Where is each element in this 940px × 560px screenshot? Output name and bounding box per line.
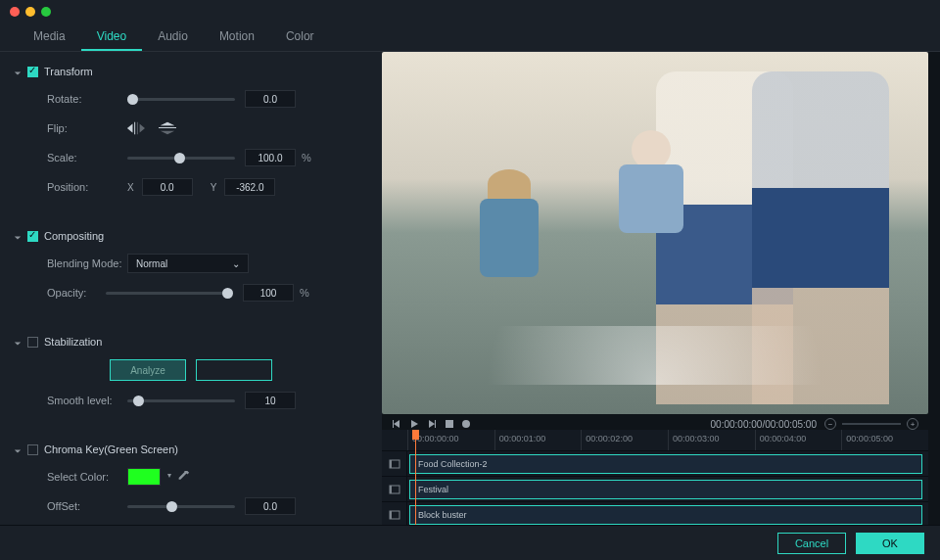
label: Blending Mode: — [47, 257, 127, 269]
video-preview[interactable] — [382, 52, 928, 414]
main: Transform Rotate: 0.0 Flip: — [0, 52, 940, 525]
row-scale: Scale: 100.0 % — [47, 148, 368, 167]
label: Opacity: — [47, 287, 106, 299]
ok-button[interactable]: OK — [856, 533, 924, 554]
ruler-tick: 00:00:05:00 — [841, 430, 928, 450]
preview-panel: 00:00:00:00/00:00:05:00 − + 00:00:00:00 … — [382, 52, 940, 525]
track-icon[interactable] — [382, 502, 407, 525]
row-rotate: Rotate: 0.0 — [47, 89, 368, 109]
label: Position: — [47, 181, 127, 193]
section-compositing: Compositing Blending Mode: Normal ⌄ Opac… — [14, 226, 368, 316]
dropdown-blending[interactable]: Normal ⌄ — [127, 254, 249, 273]
tab-video[interactable]: Video — [81, 23, 142, 51]
tab-media[interactable]: Media — [18, 23, 81, 51]
input-opacity[interactable]: 100 — [243, 284, 294, 302]
next-frame-icon[interactable] — [427, 419, 437, 429]
checkbox-chroma[interactable] — [27, 444, 38, 455]
row-blending: Blending Mode: Normal ⌄ — [47, 254, 368, 273]
zoom-in-icon[interactable]: + — [907, 418, 918, 430]
checkbox-stabilization[interactable] — [27, 337, 38, 348]
playhead[interactable] — [415, 430, 416, 525]
input-rotate[interactable]: 0.0 — [245, 90, 296, 108]
zoom-slider[interactable] — [842, 423, 901, 425]
zoom-control: − + — [824, 418, 918, 430]
clip[interactable]: Food Collection-2 — [409, 454, 922, 474]
input-smooth[interactable]: 10 — [245, 392, 296, 409]
input-pos-x[interactable]: 0.0 — [142, 178, 193, 196]
flip-horizontal-icon[interactable] — [127, 121, 145, 135]
row-analyze: Analyze — [14, 359, 368, 381]
input-pos-y[interactable]: -362.0 — [224, 178, 275, 196]
input-offset[interactable]: 0.0 — [245, 497, 296, 515]
preview-figure — [607, 130, 695, 346]
label: Smooth level: — [47, 395, 127, 406]
ruler-tick: 00:00:04:00 — [755, 430, 842, 450]
tab-motion[interactable]: Motion — [204, 23, 270, 51]
label: Flip: — [47, 122, 127, 134]
cancel-button[interactable]: Cancel — [777, 533, 846, 554]
checkbox-compositing[interactable] — [27, 231, 38, 242]
label: Select Color: — [47, 471, 127, 483]
section-header-compositing[interactable]: Compositing — [14, 226, 368, 246]
chevron-down-icon — [14, 232, 22, 240]
tab-color[interactable]: Color — [270, 23, 330, 51]
section-body: Blending Mode: Normal ⌄ Opacity: 100 % — [14, 246, 368, 316]
track: Block buster — [382, 502, 928, 525]
record-icon[interactable] — [462, 420, 470, 428]
section-body: Rotate: 0.0 Flip: Scale: 1 — [14, 81, 368, 210]
transport-bar: 00:00:00:00/00:00:05:00 − + — [382, 418, 928, 430]
analyze-button[interactable]: Analyze — [110, 359, 186, 381]
clip[interactable]: Festival — [409, 480, 922, 499]
section-header-stabilization[interactable]: Stabilization — [14, 332, 368, 351]
ruler-tick: 00:00:03:00 — [668, 430, 755, 450]
zoom-out-icon[interactable]: − — [824, 418, 836, 430]
titlebar — [0, 0, 940, 23]
slider-offset[interactable] — [127, 505, 235, 508]
slider-smooth[interactable] — [127, 399, 235, 402]
row-flip: Flip: — [47, 118, 368, 138]
track: Festival — [382, 477, 928, 502]
clip[interactable]: Block buster — [409, 505, 922, 525]
track-icon[interactable] — [382, 477, 407, 501]
eyedropper-icon[interactable] — [176, 470, 190, 484]
ruler-tick: 00:00:00:00 — [407, 430, 494, 450]
slider-opacity[interactable] — [106, 292, 233, 295]
track-icon[interactable] — [382, 451, 407, 476]
play-icon[interactable] — [409, 419, 419, 429]
tabs: Media Video Audio Motion Color — [0, 23, 940, 52]
row-smooth: Smooth level: 10 — [47, 391, 368, 410]
label: Rotate: — [47, 93, 127, 105]
dropdown-value: Normal — [136, 258, 167, 269]
svg-rect-0 — [446, 420, 453, 428]
row-opacity: Opacity: 100 % — [47, 283, 368, 303]
unit: % — [300, 287, 309, 299]
flip-vertical-icon[interactable] — [159, 121, 176, 135]
stop-icon[interactable] — [445, 419, 454, 429]
timeline: 00:00:00:00 00:00:01:00 00:00:02:00 00:0… — [382, 430, 928, 525]
minimize-icon[interactable] — [25, 7, 35, 17]
properties-panel: Transform Rotate: 0.0 Flip: — [0, 52, 382, 525]
analyze-secondary-button[interactable] — [196, 359, 272, 381]
section-title: Compositing — [44, 230, 104, 242]
chevron-down-icon: ⌄ — [232, 258, 240, 269]
tab-audio[interactable]: Audio — [142, 23, 204, 51]
section-title: Chroma Key(Green Screen) — [44, 443, 178, 455]
row-offset: OffSet: 0.0 — [47, 496, 368, 516]
section-header-chroma[interactable]: Chroma Key(Green Screen) — [14, 440, 368, 459]
row-position: Position: X 0.0 Y -362.0 — [47, 177, 368, 197]
checkbox-transform[interactable] — [27, 67, 38, 77]
section-stabilization: Stabilization Analyze Smooth level: 10 — [14, 332, 368, 424]
time-ruler[interactable]: 00:00:00:00 00:00:01:00 00:00:02:00 00:0… — [382, 430, 928, 451]
y-label: Y — [211, 182, 217, 193]
slider-scale[interactable] — [127, 157, 235, 160]
section-title: Stabilization — [44, 336, 102, 348]
section-header-transform[interactable]: Transform — [14, 62, 368, 81]
close-icon[interactable] — [10, 7, 20, 17]
prev-frame-icon[interactable] — [392, 419, 401, 429]
color-swatch[interactable] — [127, 468, 161, 486]
slider-rotate[interactable] — [127, 98, 235, 101]
maximize-icon[interactable] — [41, 7, 51, 17]
svg-rect-6 — [390, 511, 392, 519]
input-scale[interactable]: 100.0 — [245, 149, 296, 166]
chevron-down-icon — [14, 445, 22, 453]
